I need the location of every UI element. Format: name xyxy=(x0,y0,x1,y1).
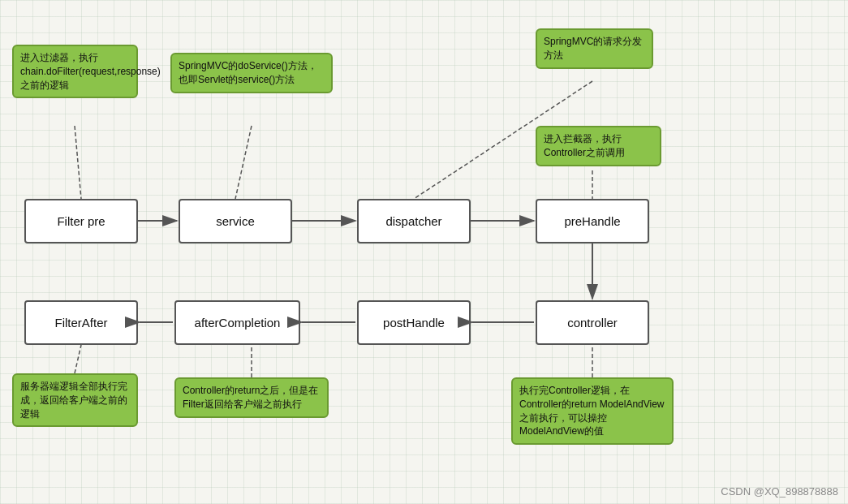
svg-line-10 xyxy=(235,126,252,199)
annotation-aftercompletion: Controller的return之后，但是在Filter返回给客户端之前执行 xyxy=(174,377,329,418)
dispatcher-box: dispatcher xyxy=(357,199,471,243)
watermark: CSDN @XQ_898878888 xyxy=(721,485,838,498)
filterafter-box: FilterAfter xyxy=(24,300,138,345)
svg-line-15 xyxy=(75,345,81,373)
aftercompletion-box: afterCompletion xyxy=(174,300,300,345)
annotation-springmvc: SpringMVC的请求分发方法 xyxy=(536,28,653,69)
annotation-filter-pre: 进入过滤器，执行chain.doFilter(request,response)… xyxy=(12,45,138,98)
svg-line-9 xyxy=(75,126,81,199)
annotation-prehandle: 进入拦截器，执行Controller之前调用 xyxy=(536,126,661,166)
prehandle-box: preHandle xyxy=(536,199,649,243)
filter-pre-box: Filter pre xyxy=(24,199,138,243)
annotation-controller: 执行完Controller逻辑，在Controller的return Model… xyxy=(511,377,674,445)
diagram-container: 进入过滤器，执行chain.doFilter(request,response)… xyxy=(0,0,848,504)
service-box: service xyxy=(179,199,292,243)
posthandle-box: postHandle xyxy=(357,300,471,345)
controller-box: controller xyxy=(536,300,649,345)
annotation-filterafter: 服务器端逻辑全部执行完成，返回给客户端之前的逻辑 xyxy=(12,373,138,427)
annotation-service: SpringMVC的doService()方法，也即Servlet的servic… xyxy=(170,53,333,93)
